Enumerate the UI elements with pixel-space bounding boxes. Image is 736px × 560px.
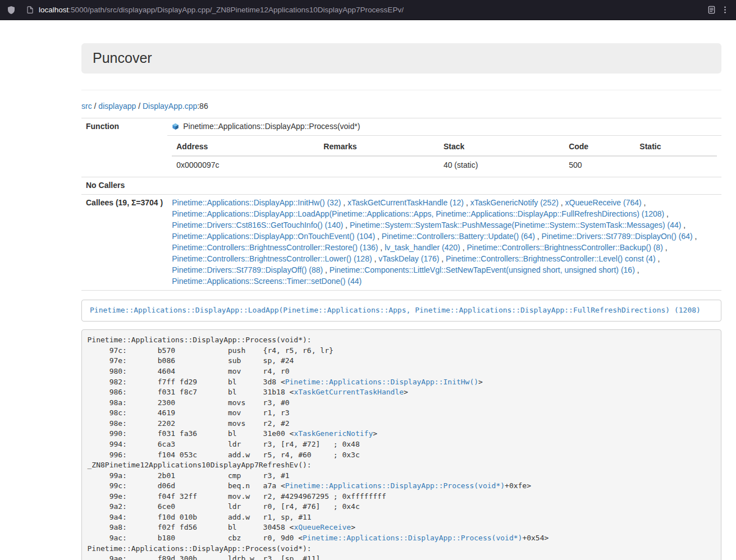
breadcrumb-link[interactable]: displayapp xyxy=(98,102,136,111)
callee-separator: , xyxy=(341,198,348,207)
stats-value xyxy=(635,156,717,174)
callee-link[interactable]: xTaskGenericNotify (252) xyxy=(470,198,559,207)
function-name: Pinetime::Applications::DisplayApp::Proc… xyxy=(183,122,360,131)
callee-separator: , xyxy=(656,254,660,263)
stats-value xyxy=(319,156,439,174)
callee-separator: , xyxy=(693,232,697,241)
callee-link[interactable]: Pinetime::Controllers::Battery::Update()… xyxy=(382,232,535,241)
code-symbol-link[interactable]: Pinetime::Applications::DisplayApp::Proc… xyxy=(285,481,505,490)
no-callers-label: No Callers xyxy=(81,177,167,195)
callee-separator: , xyxy=(378,243,385,252)
disassembly-code-block: Pinetime::Applications::DisplayApp::Proc… xyxy=(81,329,721,560)
url-bar[interactable]: localhost:5000/path/src/displayapp/Displ… xyxy=(21,2,702,17)
stats-header: Address xyxy=(172,139,319,156)
function-stats-table: AddressRemarksStackCodeStatic 0x0000097c… xyxy=(172,139,717,174)
callee-link[interactable]: Pinetime::Drivers::St7789::DisplayOff() … xyxy=(172,265,323,274)
browser-toolbar: localhost:5000/path/src/displayapp/Displ… xyxy=(0,0,736,20)
breadcrumb-link[interactable]: src xyxy=(81,102,92,111)
page-content: Puncover src / displayapp / DisplayApp.c… xyxy=(81,43,721,560)
stats-value: 0x0000097c xyxy=(172,156,319,174)
function-name-cell: Pinetime::Applications::DisplayApp::Proc… xyxy=(167,118,721,136)
page-title: Puncover xyxy=(93,51,710,66)
breadcrumb-separator: / xyxy=(92,102,99,111)
callee-separator: , xyxy=(681,221,685,229)
callee-link[interactable]: Pinetime::Controllers::BrightnessControl… xyxy=(446,254,655,263)
no-callers-cell xyxy=(167,177,721,195)
stats-header: Code xyxy=(564,139,635,156)
url-host: localhost xyxy=(39,6,68,14)
url-text: localhost:5000/path/src/displayapp/Displ… xyxy=(39,4,404,15)
callee-separator: , xyxy=(559,198,565,207)
divider xyxy=(81,90,721,90)
callee-link[interactable]: Pinetime::Applications::Screens::Timer::… xyxy=(172,277,362,286)
stats-header: Stack xyxy=(439,139,564,156)
stats-values-row: 0x0000097c40 (static)500 xyxy=(172,156,717,174)
highlighted-callee-link[interactable]: Pinetime::Applications::DisplayApp::Load… xyxy=(90,306,701,314)
callee-link[interactable]: xQueueReceive (764) xyxy=(565,198,642,207)
breadcrumb-line-number: :86 xyxy=(197,102,208,111)
function-info-table: Function Pinetime::Applications::Display… xyxy=(81,118,721,291)
callees-cell: Pinetime::Applications::DisplayApp::Init… xyxy=(167,195,721,291)
breadcrumb-separator: / xyxy=(136,102,143,111)
callee-link[interactable]: lv_task_handler (420) xyxy=(385,243,460,252)
no-callers-row: No Callers xyxy=(81,177,721,195)
callee-separator: , xyxy=(375,232,382,241)
callee-separator: , xyxy=(642,198,646,207)
callee-link[interactable]: vTaskDelay (176) xyxy=(378,254,439,263)
callee-link[interactable]: Pinetime::Applications::DisplayApp::Init… xyxy=(172,198,341,207)
jumbotron: Puncover xyxy=(81,43,721,74)
stats-value: 40 (static) xyxy=(439,156,564,174)
stats-header: Remarks xyxy=(319,139,439,156)
function-label: Function xyxy=(81,118,167,177)
callee-link[interactable]: Pinetime::Drivers::Cst816S::GetTouchInfo… xyxy=(172,221,343,229)
code-symbol-link[interactable]: xTaskGenericNotify xyxy=(294,429,373,438)
callee-separator: , xyxy=(664,209,669,218)
shield-icon[interactable] xyxy=(7,6,16,15)
callee-separator: , xyxy=(343,221,350,229)
callee-link[interactable]: Pinetime::Drivers::St7789::DisplayOn() (… xyxy=(542,232,693,241)
stats-header: Static xyxy=(635,139,717,156)
callee-separator: , xyxy=(635,265,639,274)
callees-label: Callees (19, Σ=3704 ) xyxy=(81,195,167,291)
page-info-icon[interactable] xyxy=(26,6,34,13)
function-row: Function Pinetime::Applications::Display… xyxy=(81,118,721,136)
callee-separator: , xyxy=(372,254,379,263)
code-symbol-link[interactable]: Pinetime::Applications::DisplayApp::Init… xyxy=(285,378,478,386)
code-symbol-link[interactable]: xQueueReceive xyxy=(294,523,351,531)
callee-separator: , xyxy=(535,232,542,241)
stats-cell: AddressRemarksStackCodeStatic 0x0000097c… xyxy=(167,136,721,177)
callee-separator: , xyxy=(464,198,470,207)
callee-link[interactable]: Pinetime::Applications::DisplayApp::OnTo… xyxy=(172,232,375,241)
callee-link[interactable]: Pinetime::System::SystemTask::PushMessag… xyxy=(350,221,682,229)
stats-value: 500 xyxy=(564,156,635,174)
stats-row-wrapper: AddressRemarksStackCodeStatic 0x0000097c… xyxy=(81,136,721,177)
breadcrumb-link[interactable]: DisplayApp.cpp xyxy=(143,102,197,111)
callee-link[interactable]: Pinetime::Controllers::BrightnessControl… xyxy=(467,243,662,252)
callee-separator: , xyxy=(663,243,668,252)
callee-link[interactable]: Pinetime::Applications::DisplayApp::Load… xyxy=(172,209,664,218)
method-icon xyxy=(172,123,179,130)
callee-link[interactable]: Pinetime::Components::LittleVgl::SetNewT… xyxy=(330,265,635,274)
callee-link[interactable]: Pinetime::Controllers::BrightnessControl… xyxy=(172,254,372,263)
callee-link[interactable]: Pinetime::Controllers::BrightnessControl… xyxy=(172,243,378,252)
code-symbol-link[interactable]: Pinetime::Applications::DisplayApp::Proc… xyxy=(303,534,522,542)
url-path: :5000/path/src/displayapp/DisplayApp.cpp… xyxy=(68,6,404,14)
callee-separator: , xyxy=(439,254,446,263)
callee-separator: , xyxy=(460,243,467,252)
callees-row: Callees (19, Σ=3704 ) Pinetime::Applicat… xyxy=(81,195,721,291)
kebab-menu-icon[interactable] xyxy=(721,6,729,14)
highlighted-callee-box: Pinetime::Applications::DisplayApp::Load… xyxy=(81,300,721,322)
code-symbol-link[interactable]: xTaskGetCurrentTaskHandle xyxy=(294,388,404,396)
callee-separator: , xyxy=(323,265,330,274)
callee-link[interactable]: xTaskGetCurrentTaskHandle (12) xyxy=(348,198,464,207)
breadcrumb: src / displayapp / DisplayApp.cpp:86 xyxy=(81,101,721,112)
reader-view-icon[interactable] xyxy=(707,6,716,14)
